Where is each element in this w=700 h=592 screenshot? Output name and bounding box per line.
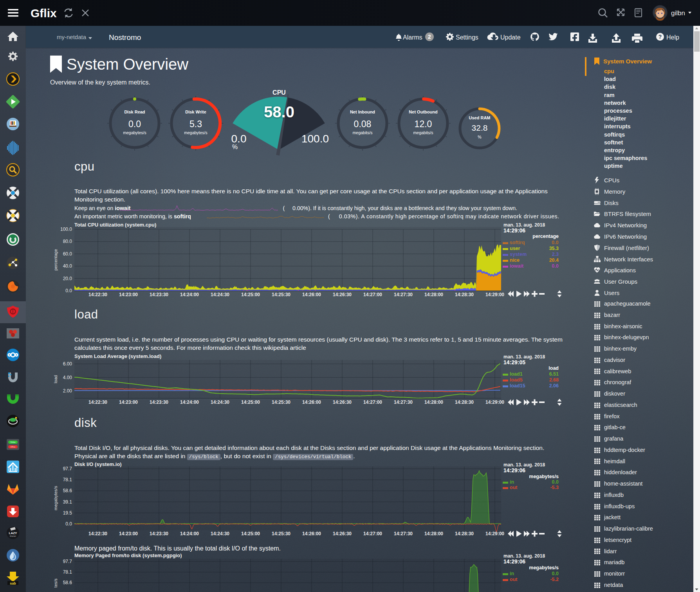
svg-text:in: in [510,571,514,576]
svg-text:megabytes/s: megabytes/s [529,565,559,570]
svg-text:58.6: 58.6 [63,580,72,585]
svg-text:man. 13. aug. 2018: man. 13. aug. 2018 [503,553,545,559]
svg-text:Memory Paged from/to disk (sys: Memory Paged from/to disk (system.pgpgio… [74,552,182,558]
svg-text:System Overview: System Overview [603,58,652,65]
svg-text:0.0: 0.0 [552,571,559,576]
svg-text:out: out [510,577,518,582]
svg-text:-5.2: -5.2 [550,577,559,582]
svg-text:tes/s: tes/s [53,578,58,588]
svg-text:78.1: 78.1 [63,569,72,575]
svg-text:97.7: 97.7 [63,559,72,564]
svg-text:14:29:06: 14:29:06 [503,558,525,565]
